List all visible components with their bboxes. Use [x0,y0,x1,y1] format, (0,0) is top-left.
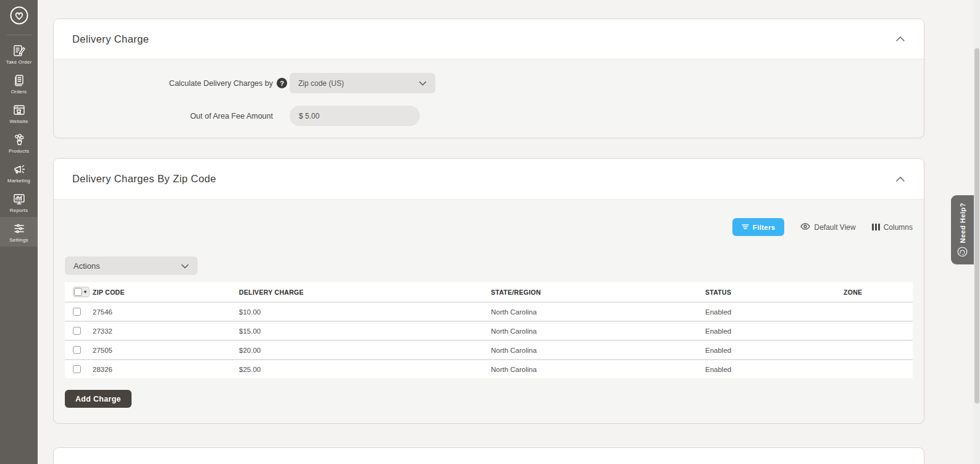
chevron-down-icon [419,79,427,88]
delivery-charge-form: Calculate Delivery Charges by ? Zip code… [54,59,924,126]
columns-icon [872,224,880,230]
cell-status: Enabled [705,366,844,373]
col-header-charge: DELIVERY CHARGE [239,289,491,296]
delivery-charge-card-header: Delivery Charge [54,19,924,59]
collapse-chevron-up-icon[interactable] [895,36,905,42]
sidebar-item-label: Reports [10,208,28,213]
actions-label: Actions [73,261,100,271]
calc-charges-label: Calculate Delivery Charges by [54,79,273,88]
default-view-button[interactable]: Default View [800,223,855,232]
cell-zip: 27546 [93,308,239,316]
website-icon [12,103,26,117]
delivery-charge-card: Delivery Charge Calculate Delivery Charg… [53,19,924,138]
calc-charges-select[interactable]: Zip code (US) [290,73,435,93]
sidebar-item-marketing[interactable]: Marketing [0,158,38,187]
sidebar-item-website[interactable]: Website [0,98,38,128]
products-icon [12,133,26,146]
sidebar-item-orders[interactable]: Orders [0,69,38,98]
sidebar-item-label: Settings [9,237,28,243]
col-header-state: STATE/REGION [491,289,705,296]
sidebar-item-products[interactable]: Products [0,128,38,158]
orders-icon [12,74,26,87]
sidebar-item-label: Website [9,119,28,124]
zip-charges-card-header: Delivery Charges By Zip Code [54,159,924,200]
select-all-control[interactable]: ▾ [73,287,90,297]
sidebar-item-take-order[interactable]: Take Order [0,39,38,69]
cell-charge: $15.00 [239,327,491,335]
cell-state: North Carolina [491,308,705,316]
select-all-checkbox[interactable] [74,288,82,296]
row-checkbox[interactable] [73,346,81,354]
need-help-label: Need Help? [959,203,966,243]
cell-charge: $10.00 [239,308,491,316]
zip-charges-table: ▾ ZIP CODE DELIVERY CHARGE STATE/REGION … [65,282,913,378]
table-header-row: ▾ ZIP CODE DELIVERY CHARGE STATE/REGION … [65,282,913,302]
cell-state: North Carolina [491,327,705,335]
table-row[interactable]: 28326 $25.00 North Carolina Enabled [65,359,913,378]
out-of-area-fee-input[interactable] [290,106,420,126]
zip-charges-card: Delivery Charges By Zip Code Filters Def… [53,158,924,424]
sidebar-item-label: Orders [11,89,27,95]
sidebar-item-label: Products [9,148,29,154]
card-title: Delivery Charges By Zip Code [72,173,216,185]
table-row[interactable]: 27505 $20.00 North Carolina Enabled [65,340,913,359]
sidebar-item-settings[interactable]: Settings [0,217,38,247]
cell-zip: 27505 [93,347,239,354]
filters-button[interactable]: Filters [732,218,785,236]
collapse-chevron-up-icon[interactable] [895,176,905,182]
app-logo-icon[interactable] [9,0,30,35]
row-checkbox[interactable] [73,308,81,316]
col-header-zone: ZONE [844,289,913,296]
cell-state: North Carolina [491,366,705,373]
row-checkbox[interactable] [73,365,81,373]
table-toolbar: Filters Default View Columns [65,218,913,236]
sidebar-item-label: Take Order [6,59,32,65]
marketing-icon [12,162,26,176]
settings-icon [12,222,26,235]
chevron-down-icon [181,261,189,271]
table-row[interactable]: 27332 $15.00 North Carolina Enabled [65,321,913,340]
columns-button[interactable]: Columns [872,223,913,232]
calc-charges-selected-value: Zip code (US) [298,79,344,88]
main-content: Delivery Charge Calculate Delivery Charg… [38,0,955,464]
col-header-status: STATUS [705,289,844,296]
cell-zip: 28326 [93,366,239,373]
col-header-zip: ZIP CODE [93,289,239,296]
page-scrollbar[interactable] [974,0,980,464]
reports-icon [12,192,26,206]
take-order-icon [12,44,26,57]
card-title: Delivery Charge [72,33,149,45]
cell-zip: 27332 [93,327,239,335]
cell-charge: $25.00 [239,366,491,373]
out-of-area-fee-label: Out of Area Fee Amount [54,112,273,120]
sidebar-item-reports[interactable]: Reports [0,187,38,217]
eye-icon [800,223,810,232]
next-section-card [53,447,924,464]
add-charge-button[interactable]: Add Charge [65,390,132,408]
cell-charge: $20.00 [239,347,491,354]
sidebar-item-label: Marketing [7,178,30,183]
filter-icon [742,224,749,231]
help-question-icon[interactable]: ? [277,78,287,88]
cell-status: Enabled [705,347,844,354]
cell-state: North Carolina [491,347,705,354]
cell-status: Enabled [705,308,844,316]
table-row[interactable]: 27546 $10.00 North Carolina Enabled [65,302,913,321]
actions-dropdown[interactable]: Actions [65,256,198,275]
sidebar: Take Order Orders Website [0,0,38,464]
caret-down-icon: ▾ [84,289,88,295]
row-checkbox[interactable] [73,327,81,335]
scrollbar-thumb[interactable] [974,48,979,403]
need-help-tab[interactable]: Need Help? [951,195,974,264]
sidebar-divider [7,35,31,35]
support-agent-icon [957,247,968,259]
cell-status: Enabled [705,327,844,335]
